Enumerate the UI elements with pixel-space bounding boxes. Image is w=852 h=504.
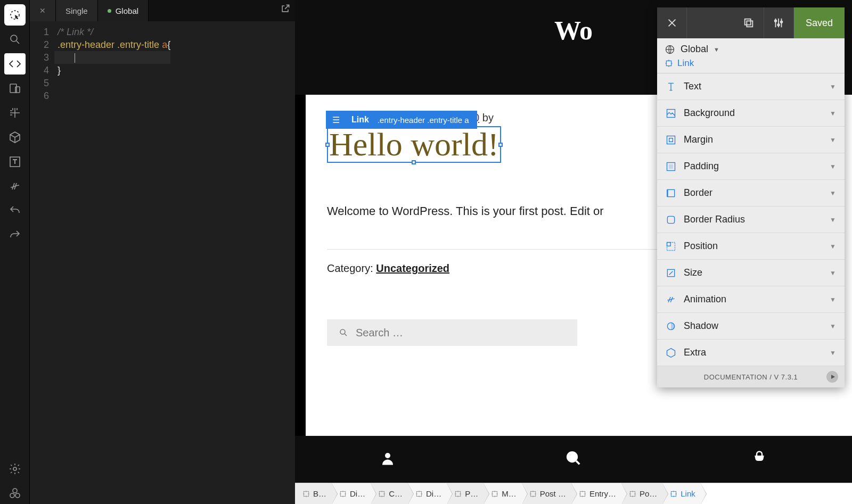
settings-sliders-button[interactable] (764, 7, 794, 38)
target-icon (302, 490, 310, 498)
tab-global[interactable]: Global (98, 0, 149, 21)
section-margin[interactable]: Margin▼ (657, 127, 845, 153)
search-icon[interactable] (4, 29, 26, 50)
chevron-down-icon: ▼ (830, 136, 836, 144)
copy-button[interactable] (734, 7, 764, 38)
panel-footer: DOCUMENTATION / V 7.3.1 (657, 366, 845, 387)
by-label: by (482, 112, 494, 123)
current-element-indicator: Link (665, 58, 837, 69)
search-icon[interactable] (566, 450, 581, 468)
settings-icon[interactable] (4, 458, 26, 480)
svg-rect-18 (530, 491, 535, 496)
svg-point-9 (340, 329, 345, 334)
panel-sections: Text▼ Background▼ Margin▼ Padding▼ Borde… (657, 73, 845, 366)
burger-icon[interactable]: ☰ (326, 115, 346, 125)
svg-rect-20 (630, 491, 635, 496)
chevron-down-icon: ▼ (830, 110, 836, 117)
site-title: Wo (554, 15, 593, 46)
target-icon (378, 490, 386, 498)
footer-text[interactable]: DOCUMENTATION / V 7.3.1 (704, 373, 798, 381)
globe-icon (665, 44, 675, 55)
selector-tool-icon[interactable] (4, 4, 26, 26)
redo-icon[interactable] (4, 225, 26, 246)
section-size[interactable]: Size▼ (657, 260, 845, 286)
target-icon (454, 490, 462, 498)
svg-point-11 (568, 452, 577, 462)
resize-handle[interactable] (412, 160, 416, 164)
scope-label: Global (681, 44, 708, 55)
breadcrumb-item[interactable]: Po… (621, 483, 662, 504)
section-background[interactable]: Background▼ (657, 100, 845, 127)
svg-rect-21 (671, 491, 676, 496)
target-icon (415, 490, 423, 498)
ruler-icon[interactable] (4, 102, 26, 123)
position-icon (666, 241, 676, 252)
section-position[interactable]: Position▼ (657, 233, 845, 260)
cart-icon[interactable] (751, 450, 767, 468)
svg-point-5 (13, 467, 17, 470)
svg-rect-37 (667, 242, 671, 246)
svg-point-10 (385, 453, 390, 458)
chevron-down-icon: ▼ (830, 349, 836, 357)
target-icon (579, 490, 586, 498)
resize-handle[interactable] (498, 143, 503, 147)
breadcrumb-item[interactable]: B… (295, 483, 332, 504)
undo-icon[interactable] (4, 200, 26, 221)
border-radius-icon (666, 214, 676, 225)
chevron-down-icon: ▼ (830, 323, 836, 330)
code-icon[interactable] (4, 53, 26, 75)
code-editor[interactable]: 1 2 3 4 5 6 /* Link */ .entry-header .en… (30, 21, 295, 504)
close-panel-button[interactable] (657, 7, 687, 38)
svg-point-25 (778, 24, 780, 26)
modified-dot-icon (108, 9, 111, 13)
section-shadow[interactable]: Shadow▼ (657, 313, 845, 340)
svg-rect-13 (340, 491, 345, 496)
section-border[interactable]: Border▼ (657, 180, 845, 206)
modules-icon[interactable] (4, 483, 26, 504)
section-extra[interactable]: Extra▼ (657, 340, 845, 366)
inspector-panel: Saved Global ▼ Link Text▼ Background▼ Ma… (657, 7, 845, 387)
tab-single[interactable]: Single (56, 0, 98, 21)
box-icon[interactable] (4, 127, 26, 148)
current-element-label: Link (677, 58, 694, 69)
close-tab-button[interactable]: ✕ (30, 0, 56, 21)
svg-rect-16 (456, 491, 461, 496)
text-tool-icon[interactable] (4, 151, 26, 172)
breadcrumb-item[interactable]: Entry… (571, 483, 621, 504)
svg-rect-19 (580, 491, 585, 496)
search-box[interactable]: Search … (327, 319, 577, 346)
section-text[interactable]: Text▼ (657, 73, 845, 100)
panel-header: Saved (657, 7, 845, 38)
resize-handle[interactable] (325, 143, 330, 147)
panel-scope: Global ▼ Link (657, 38, 845, 73)
devices-icon[interactable] (4, 78, 26, 99)
code-body: /* Link */ .entry-header .entry-title a{… (54, 21, 170, 504)
section-animation[interactable]: Animation▼ (657, 286, 845, 313)
extra-icon (666, 348, 676, 358)
scope-selector[interactable]: Global ▼ (665, 44, 837, 55)
section-padding[interactable]: Padding▼ (657, 153, 845, 180)
animation-icon[interactable] (4, 176, 26, 197)
chevron-down-icon: ▼ (830, 243, 836, 250)
account-icon[interactable] (380, 450, 396, 468)
svg-point-8 (13, 489, 17, 493)
preview-column: Wo ☰ Link .entry-header .entry-title a 2… (295, 0, 852, 504)
selection-toolbar[interactable]: ☰ Link .entry-header .entry-title a (326, 111, 477, 129)
svg-rect-34 (667, 189, 674, 196)
target-icon (529, 490, 537, 498)
svg-rect-35 (667, 216, 674, 223)
size-icon (666, 268, 676, 278)
editor-tabs: ✕ Single Global (30, 0, 295, 21)
post-title-link[interactable]: Hello world! (328, 127, 500, 162)
svg-point-24 (775, 20, 777, 22)
line-gutter: 1 2 3 4 5 6 (30, 21, 54, 504)
shadow-icon (666, 321, 676, 332)
section-border-radius[interactable]: Border Radius▼ (657, 206, 845, 233)
play-icon[interactable] (826, 371, 838, 383)
selected-element-outline[interactable]: Hello world! (327, 126, 501, 163)
category-link[interactable]: Uncategorized (376, 262, 449, 274)
popout-icon[interactable] (280, 3, 291, 16)
breadcrumb-item[interactable]: Post … (522, 483, 571, 504)
svg-rect-14 (380, 491, 384, 496)
chevron-down-icon: ▼ (830, 83, 836, 90)
